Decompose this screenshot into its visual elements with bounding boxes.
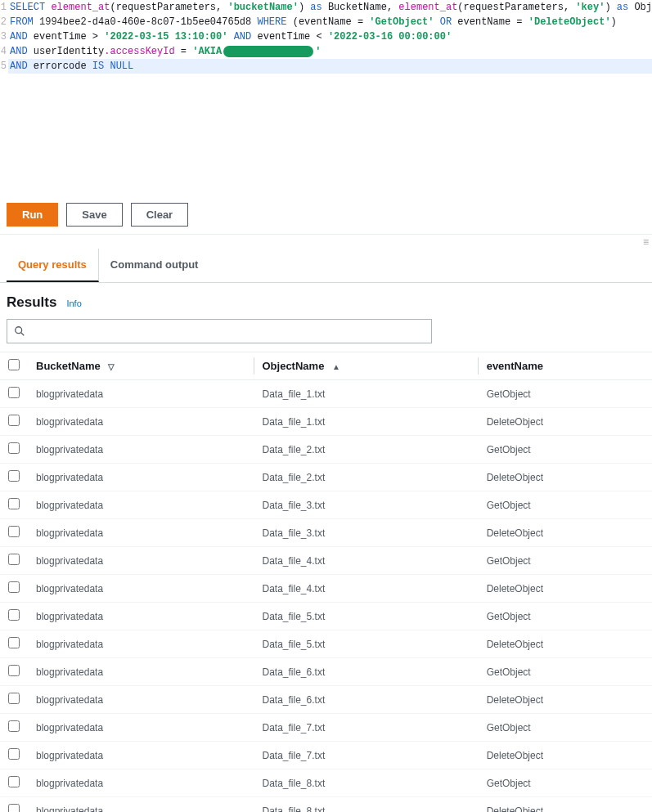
col-header-bucketname[interactable]: BucketName ▽ [28, 352, 254, 380]
row-checkbox[interactable] [8, 776, 20, 787]
table-row: blogprivatedataData_file_3.txtDeleteObje… [0, 519, 652, 547]
cell-objectname: Data_file_8.txt [254, 797, 479, 813]
cell-eventname: GetObject [479, 603, 652, 630]
sort-asc-icon: ▲ [332, 362, 340, 371]
cell-bucketname: blogprivatedata [28, 547, 254, 575]
row-checkbox[interactable] [8, 526, 20, 537]
cell-eventname: GetObject [479, 658, 652, 686]
editor-code[interactable]: SELECT element_at(requestParameters, 'bu… [8, 0, 652, 74]
cell-bucketname: blogprivatedata [28, 630, 254, 658]
row-checkbox[interactable] [8, 609, 20, 621]
table-row: blogprivatedataData_file_4.txtDeleteObje… [0, 575, 652, 603]
cell-objectname: Data_file_6.txt [254, 686, 479, 714]
col-header-objectname[interactable]: ObjectName ▲ [254, 352, 479, 380]
table-row: blogprivatedataData_file_2.txtDeleteObje… [0, 464, 652, 491]
cell-eventname: GetObject [479, 380, 652, 408]
cell-eventname: GetObject [479, 547, 652, 575]
cell-eventname: GetObject [479, 714, 652, 742]
table-row: blogprivatedataData_file_2.txtGetObject [0, 436, 652, 464]
table-row: blogprivatedataData_file_4.txtGetObject [0, 547, 652, 575]
cell-bucketname: blogprivatedata [28, 658, 254, 686]
table-row: blogprivatedataData_file_5.txtGetObject [0, 603, 652, 630]
cell-bucketname: blogprivatedata [28, 464, 254, 491]
cell-objectname: Data_file_8.txt [254, 769, 479, 797]
svg-point-0 [16, 327, 22, 334]
cell-bucketname: blogprivatedata [28, 603, 254, 630]
cell-bucketname: blogprivatedata [28, 714, 254, 742]
results-heading-row: Results Info [0, 283, 652, 319]
table-row: blogprivatedataData_file_5.txtDeleteObje… [0, 630, 652, 658]
tab-query-results[interactable]: Query results [7, 249, 99, 282]
results-table: BucketName ▽ ObjectName ▲ eventName blog… [0, 352, 652, 812]
cell-bucketname: blogprivatedata [28, 519, 254, 547]
cell-objectname: Data_file_2.txt [254, 436, 479, 464]
results-filter[interactable] [7, 319, 432, 343]
sql-editor[interactable]: 12345 SELECT element_at(requestParameter… [0, 0, 652, 196]
row-checkbox[interactable] [8, 415, 20, 426]
cell-objectname: Data_file_1.txt [254, 408, 479, 436]
cell-eventname: DeleteObject [479, 686, 652, 714]
col-header-label: eventName [487, 360, 543, 372]
info-link[interactable]: Info [66, 298, 81, 308]
cell-eventname: GetObject [479, 436, 652, 464]
results-heading: Results [7, 294, 56, 311]
cell-objectname: Data_file_6.txt [254, 658, 479, 686]
run-button[interactable]: Run [7, 203, 58, 227]
col-header-label: ObjectName [263, 360, 325, 372]
table-row: blogprivatedataData_file_1.txtGetObject [0, 380, 652, 408]
table-row: blogprivatedataData_file_3.txtGetObject [0, 491, 652, 519]
cell-eventname: DeleteObject [479, 797, 652, 813]
save-button[interactable]: Save [66, 203, 122, 227]
tab-command-output[interactable]: Command output [99, 249, 210, 282]
row-checkbox[interactable] [8, 748, 20, 760]
table-row: blogprivatedataData_file_6.txtDeleteObje… [0, 686, 652, 714]
cell-eventname: DeleteObject [479, 630, 652, 658]
cell-objectname: Data_file_5.txt [254, 603, 479, 630]
row-checkbox[interactable] [8, 387, 20, 398]
row-checkbox[interactable] [8, 720, 20, 732]
sort-desc-icon: ▽ [108, 362, 115, 371]
cell-objectname: Data_file_3.txt [254, 491, 479, 519]
row-checkbox[interactable] [8, 498, 20, 509]
cell-eventname: DeleteObject [479, 464, 652, 491]
col-header-eventname[interactable]: eventName [479, 352, 652, 380]
cell-objectname: Data_file_2.txt [254, 464, 479, 491]
grip-icon: ≡ [643, 236, 649, 248]
cell-bucketname: blogprivatedata [28, 769, 254, 797]
row-checkbox[interactable] [8, 804, 20, 812]
cell-bucketname: blogprivatedata [28, 380, 254, 408]
select-all-checkbox[interactable] [8, 359, 20, 370]
cell-objectname: Data_file_4.txt [254, 575, 479, 603]
cell-bucketname: blogprivatedata [28, 491, 254, 519]
cell-bucketname: blogprivatedata [28, 436, 254, 464]
cell-bucketname: blogprivatedata [28, 686, 254, 714]
svg-line-1 [21, 333, 25, 336]
results-filter-input[interactable] [30, 325, 425, 338]
cell-bucketname: blogprivatedata [28, 797, 254, 813]
cell-eventname: GetObject [479, 769, 652, 797]
editor-gutter: 12345 [0, 0, 8, 74]
row-checkbox[interactable] [8, 665, 20, 676]
panel-divider[interactable]: ≡ [0, 234, 652, 249]
action-toolbar: Run Save Clear [0, 196, 652, 234]
cell-objectname: Data_file_3.txt [254, 519, 479, 547]
row-checkbox[interactable] [8, 581, 20, 593]
output-tabs: Query results Command output [0, 249, 652, 283]
cell-objectname: Data_file_7.txt [254, 714, 479, 742]
cell-bucketname: blogprivatedata [28, 408, 254, 436]
row-checkbox[interactable] [8, 637, 20, 648]
row-checkbox[interactable] [8, 693, 20, 704]
cell-bucketname: blogprivatedata [28, 742, 254, 769]
row-checkbox[interactable] [8, 470, 20, 482]
cell-objectname: Data_file_5.txt [254, 630, 479, 658]
clear-button[interactable]: Clear [131, 203, 189, 227]
table-row: blogprivatedataData_file_7.txtGetObject [0, 714, 652, 742]
cell-eventname: DeleteObject [479, 519, 652, 547]
cell-objectname: Data_file_4.txt [254, 547, 479, 575]
cell-objectname: Data_file_1.txt [254, 380, 479, 408]
table-row: blogprivatedataData_file_8.txtGetObject [0, 769, 652, 797]
table-row: blogprivatedataData_file_1.txtDeleteObje… [0, 408, 652, 436]
cell-objectname: Data_file_7.txt [254, 742, 479, 769]
row-checkbox[interactable] [8, 442, 20, 454]
row-checkbox[interactable] [8, 554, 20, 565]
